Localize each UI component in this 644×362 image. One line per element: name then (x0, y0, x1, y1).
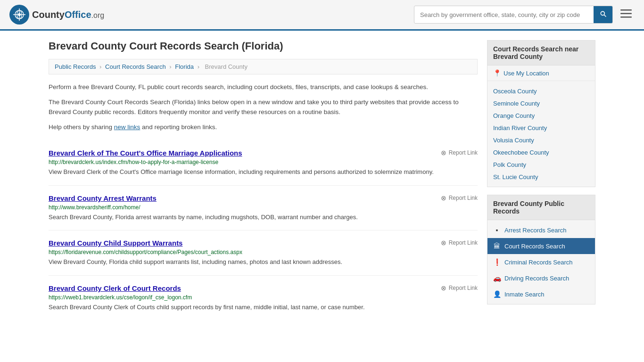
logo-icon (9, 5, 29, 25)
breadcrumb-court-records[interactable]: Court Records Search (105, 63, 166, 70)
results-container: Brevard Clerk of The Court's Office Marr… (49, 140, 478, 312)
svg-rect-8 (620, 16, 632, 18)
pub-rec-link-1[interactable]: Court Records Search (504, 243, 565, 250)
use-location-item[interactable]: 📍 Use My Location (487, 66, 595, 81)
report-icon-2: ⊗ (441, 239, 446, 247)
pub-rec-link-2[interactable]: Criminal Records Search (504, 259, 573, 266)
result-item: Brevard Clerk of The Court's Office Marr… (49, 140, 478, 177)
nearby-county-link-0[interactable]: Osceola County (493, 88, 537, 95)
nearby-county-link-4[interactable]: Volusia County (493, 137, 534, 144)
report-link-3[interactable]: ⊗ Report Link (441, 284, 478, 292)
pub-rec-list-item[interactable]: 👤 Inmate Search (487, 286, 595, 302)
main-container: Brevard County Court Records Search (Flo… (39, 31, 605, 321)
result-title-2[interactable]: Brevard County Child Support Warrants (49, 239, 182, 247)
menu-button[interactable] (618, 7, 635, 23)
public-records-section: Brevard County Public Records ▪ Arrest R… (487, 195, 595, 304)
pub-rec-link-0[interactable]: Arrest Records Search (504, 227, 567, 234)
sidebar: Court Records Search near Brevard County… (487, 40, 595, 312)
svg-rect-6 (620, 9, 632, 11)
result-url-1[interactable]: http://www.brevardsheriff.com/home/ (49, 204, 478, 211)
nearby-county-link-2[interactable]: Orange County (493, 112, 535, 119)
result-url-3[interactable]: https://vweb1.brevardclerk.us/cse/logon/… (49, 294, 478, 301)
header-right (414, 6, 635, 24)
report-link-1[interactable]: ⊗ Report Link (441, 194, 478, 202)
result-title-0[interactable]: Brevard Clerk of The Court's Office Marr… (49, 149, 242, 157)
pub-rec-icon-2: ❗ (493, 258, 501, 266)
public-records-list: ▪ Arrest Records Search 🏛 Court Records … (487, 220, 595, 304)
site-header: CountyOffice.org (0, 0, 644, 31)
pub-rec-list-item[interactable]: 🏛 Court Records Search (487, 238, 595, 254)
new-links-link[interactable]: new links (114, 123, 140, 131)
nearby-section: Court Records Search near Brevard County… (487, 40, 595, 187)
breadcrumb-current: Brevard County (205, 63, 248, 70)
pub-rec-item-1[interactable]: 🏛 Court Records Search (487, 238, 595, 254)
result-desc-1: Search Brevard County, Florida arrest wa… (49, 213, 478, 222)
desc-para1: Perform a free Brevard County, FL public… (49, 82, 478, 92)
nearby-county-list: Osceola CountySeminole CountyOrange Coun… (487, 81, 595, 187)
svg-rect-7 (620, 13, 632, 14)
nearby-county-item: Volusia County (487, 134, 595, 146)
nearby-county-item: Orange County (487, 109, 595, 122)
pub-rec-item-0[interactable]: ▪ Arrest Records Search (487, 222, 595, 238)
nearby-county-item: Polk County (487, 158, 595, 171)
result-item: Brevard County Child Support Warrants ⊗ … (49, 230, 478, 267)
nearby-county-item: Osceola County (487, 85, 595, 97)
breadcrumb-public-records[interactable]: Public Records (55, 63, 96, 70)
result-title-1[interactable]: Brevard County Arrest Warrants (49, 194, 157, 202)
nearby-county-link-3[interactable]: Indian River County (493, 124, 547, 132)
desc-para2: The Brevard County Court Records Search … (49, 97, 478, 117)
page-title: Brevard County Court Records Search (Flo… (49, 40, 478, 52)
pub-rec-item-2[interactable]: ❗ Criminal Records Search (487, 254, 595, 270)
pub-rec-link-4[interactable]: Inmate Search (504, 291, 545, 298)
desc-para3: Help others by sharing new links and rep… (49, 122, 478, 132)
search-bar (414, 6, 613, 24)
nearby-county-link-6[interactable]: Polk County (493, 161, 526, 168)
breadcrumb-florida[interactable]: Florida (175, 63, 194, 70)
nearby-county-item: Okeechobee County (487, 146, 595, 158)
breadcrumb: Public Records › Court Records Search › … (49, 59, 478, 74)
logo-area: CountyOffice.org (9, 5, 104, 25)
result-title-3[interactable]: Brevard County Clerk of Court Records (49, 284, 181, 292)
result-item: Brevard County Arrest Warrants ⊗ Report … (49, 185, 478, 222)
report-link-2[interactable]: ⊗ Report Link (441, 239, 478, 247)
pub-rec-icon-0: ▪ (493, 226, 501, 234)
nearby-county-item: St. Lucie County (487, 171, 595, 183)
search-input[interactable] (414, 8, 594, 22)
pub-rec-list-item[interactable]: ❗ Criminal Records Search (487, 254, 595, 270)
report-icon-0: ⊗ (441, 149, 446, 156)
nearby-county-link-7[interactable]: St. Lucie County (493, 173, 538, 181)
report-icon-1: ⊗ (441, 194, 446, 202)
pub-rec-list-item[interactable]: ▪ Arrest Records Search (487, 222, 595, 238)
result-url-2[interactable]: https://floridarevenue.com/childsupport/… (49, 249, 478, 255)
result-desc-3: Search Brevard County Clerk of Courts ch… (49, 303, 478, 312)
pub-rec-icon-4: 👤 (493, 290, 501, 298)
use-location-link[interactable]: Use My Location (504, 70, 549, 77)
pub-rec-item-3[interactable]: 🚗 Driving Records Search (487, 270, 595, 286)
result-desc-2: View Brevard County, Florida child suppo… (49, 257, 478, 267)
nearby-heading: Court Records Search near Brevard County (487, 41, 595, 66)
result-item: Brevard County Clerk of Court Records ⊗ … (49, 275, 478, 312)
nearby-county-link-5[interactable]: Okeechobee County (493, 149, 549, 156)
location-icon: 📍 (493, 69, 501, 77)
pub-rec-list-item[interactable]: 🚗 Driving Records Search (487, 270, 595, 286)
svg-point-5 (18, 13, 21, 16)
pub-rec-icon-3: 🚗 (493, 274, 501, 282)
logo-text: CountyOffice.org (32, 9, 104, 20)
result-url-0[interactable]: http://brevardclerk.us/index.cfm/how-to-… (49, 159, 478, 165)
pub-rec-link-3[interactable]: Driving Records Search (504, 275, 569, 282)
report-icon-3: ⊗ (441, 284, 446, 292)
content-area: Brevard County Court Records Search (Flo… (49, 40, 478, 312)
search-button[interactable] (594, 6, 612, 23)
public-records-heading: Brevard County Public Records (487, 195, 595, 220)
pub-rec-item-4[interactable]: 👤 Inmate Search (487, 286, 595, 302)
nearby-county-link-1[interactable]: Seminole County (493, 100, 540, 107)
nearby-county-item: Indian River County (487, 122, 595, 134)
nearby-county-item: Seminole County (487, 97, 595, 109)
report-link-0[interactable]: ⊗ Report Link (441, 149, 478, 156)
pub-rec-icon-1: 🏛 (493, 242, 501, 250)
result-desc-0: View Brevard Clerk of the Court's Office… (49, 167, 478, 177)
